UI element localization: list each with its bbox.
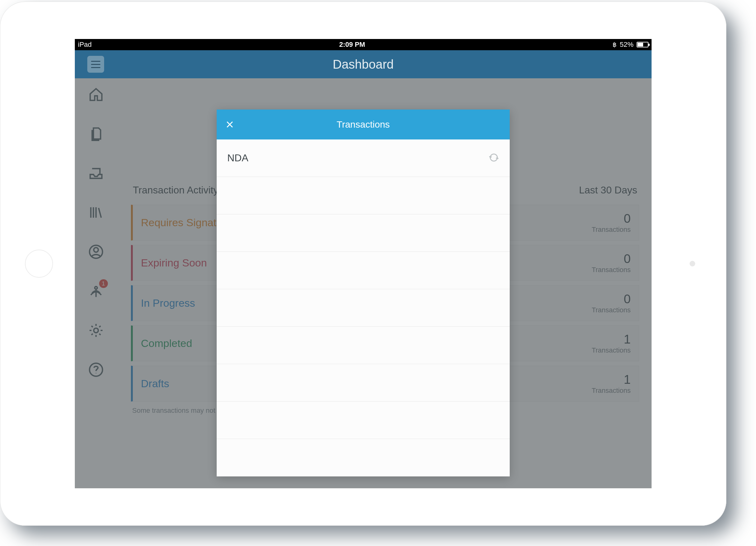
- battery-icon: [637, 42, 648, 47]
- sync-icon: [489, 152, 499, 164]
- content: 1 Transaction Activity Last 30 Days Requ…: [75, 78, 652, 488]
- modal-list-item[interactable]: [217, 214, 510, 252]
- carrier-label: iPad: [78, 41, 92, 49]
- battery-percent: 52%: [620, 41, 633, 49]
- modal-list-item[interactable]: [217, 402, 510, 439]
- modal-list-item[interactable]: [217, 364, 510, 402]
- modal-list-item[interactable]: NDA: [217, 139, 510, 177]
- bluetooth-icon: ฿: [613, 41, 617, 48]
- app-header: Dashboard: [75, 50, 652, 78]
- modal-item-label: NDA: [227, 152, 248, 164]
- tablet-home-button[interactable]: [25, 249, 53, 278]
- menu-button[interactable]: [87, 56, 104, 73]
- page-title: Dashboard: [333, 57, 394, 71]
- modal-header: Transactions: [217, 109, 510, 139]
- screen: iPad 2:09 PM ฿ 52% Dashboard: [75, 39, 652, 488]
- modal-list-item[interactable]: [217, 439, 510, 476]
- modal-close-button[interactable]: [224, 118, 236, 131]
- modal-list-item[interactable]: [217, 252, 510, 289]
- tablet-frame: iPad 2:09 PM ฿ 52% Dashboard: [0, 2, 726, 526]
- status-bar: iPad 2:09 PM ฿ 52%: [75, 39, 652, 50]
- modal-list-item[interactable]: [217, 289, 510, 327]
- modal-title: Transactions: [337, 119, 390, 130]
- modal-overlay[interactable]: Transactions NDA: [75, 78, 652, 488]
- clock: 2:09 PM: [339, 41, 365, 48]
- modal-list: NDA: [217, 139, 510, 476]
- modal-list-item[interactable]: [217, 177, 510, 214]
- modal-list-item[interactable]: [217, 327, 510, 364]
- transactions-modal: Transactions NDA: [217, 109, 510, 476]
- tablet-camera: [690, 261, 695, 266]
